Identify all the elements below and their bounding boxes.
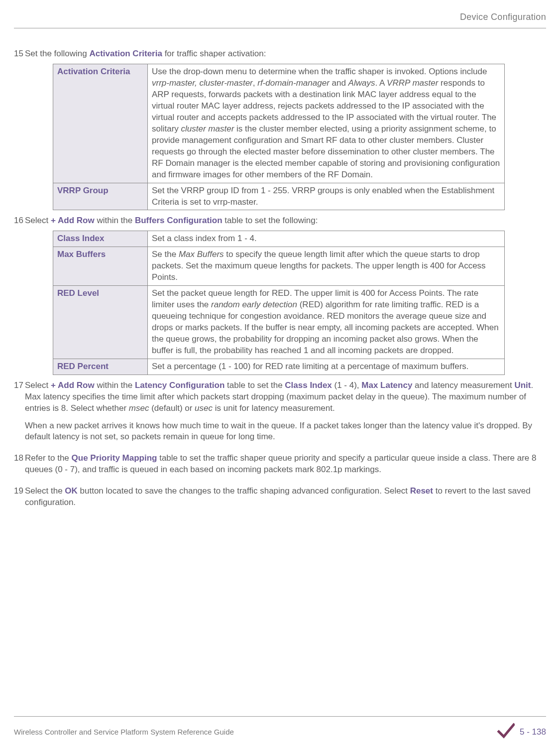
text: and: [330, 78, 348, 88]
italic-text: random early detection: [211, 300, 297, 309]
term-reset: Reset: [410, 486, 433, 496]
table-row: RED Level Set the packet queue length fo…: [53, 286, 505, 359]
activation-criteria-table: Activation Criteria Use the drop-down me…: [53, 64, 505, 210]
step-number: 15: [14, 48, 25, 60]
term-unit: Unit: [514, 380, 531, 390]
italic-text: VRRP master: [387, 78, 438, 88]
text: Select: [25, 216, 51, 225]
table-row: Class Index Set a class index from 1 - 4…: [53, 231, 505, 247]
footer-title: Wireless Controller and Service Platform…: [14, 727, 234, 737]
text: within the: [95, 380, 135, 390]
italic-text: Always: [348, 78, 375, 88]
table-row: RED Percent Set a percentage (1 - 100) f…: [53, 359, 505, 375]
page-footer: Wireless Controller and Service Platform…: [0, 716, 560, 756]
italic-text: msec: [129, 403, 149, 413]
step-number: 19: [14, 486, 25, 514]
text: ,: [253, 78, 257, 88]
term-class-index: Class Index: [285, 380, 332, 390]
step-body: Select + Add Row within the Buffers Conf…: [25, 215, 546, 227]
step-16: 16 Select + Add Row within the Buffers C…: [14, 215, 546, 227]
row-desc: Use the drop-down menu to determine when…: [148, 64, 505, 183]
text: is unit for latency measurement.: [213, 403, 335, 413]
text: for traffic shaper activation:: [162, 49, 266, 58]
italic-text: Max Buffers: [179, 250, 224, 259]
term-add-row: + Add Row: [51, 216, 95, 225]
italic-text: cluster master: [181, 124, 234, 133]
text: (1 - 4),: [332, 380, 362, 390]
step-number: 18: [14, 453, 25, 482]
page-header-title: Device Configuration: [14, 0, 546, 28]
table-row: Max Buffers Se the Max Buffers to specif…: [53, 247, 505, 286]
step-19: 19 Select the OK button located to save …: [14, 486, 546, 514]
term-add-row: + Add Row: [51, 380, 95, 390]
text: button located to save the changes to th…: [78, 486, 410, 496]
text: within the: [95, 216, 135, 225]
term-max-latency: Max Latency: [361, 380, 412, 390]
italic-text: vrrp-master, cluster-master: [152, 78, 253, 88]
checkmark-icon: [497, 722, 515, 743]
text: and latency measurement: [412, 380, 514, 390]
footer-divider: [14, 716, 546, 717]
step-body: Refer to the Que Priority Mapping table …: [25, 453, 546, 476]
page-number: 5 - 138: [520, 727, 546, 738]
header-divider: [14, 28, 546, 28]
italic-text: rf-domain-manager: [257, 78, 330, 88]
text: table to set the following:: [223, 216, 318, 225]
paragraph: When a new packet arrives it knows how m…: [25, 420, 546, 443]
table-row: Activation Criteria Use the drop-down me…: [53, 64, 505, 183]
step-number: 16: [14, 215, 25, 227]
step-17: 17 Select + Add Row within the Latency C…: [14, 380, 546, 449]
row-label: VRRP Group: [53, 183, 148, 210]
text: Refer to the: [25, 453, 72, 463]
term-activation-criteria: Activation Criteria: [89, 49, 162, 58]
step-body: Select the OK button located to save the…: [25, 486, 546, 508]
row-label: RED Level: [53, 286, 148, 359]
term-latency-config: Latency Configuration: [135, 380, 224, 390]
buffers-config-table: Class Index Set a class index from 1 - 4…: [53, 231, 505, 375]
term-que-priority: Que Priority Mapping: [72, 453, 157, 463]
row-label: Max Buffers: [53, 247, 148, 286]
text: . A: [375, 78, 387, 88]
term-buffers-config: Buffers Configuration: [135, 216, 223, 225]
step-18: 18 Refer to the Que Priority Mapping tab…: [14, 453, 546, 482]
row-desc: Set the VRRP group ID from 1 - 255. VRRP…: [148, 183, 505, 210]
text: Se the: [152, 250, 179, 259]
step-15: 15 Set the following Activation Criteria…: [14, 48, 546, 60]
text: (default) or: [149, 403, 195, 413]
step-body: Set the following Activation Criteria fo…: [25, 48, 546, 60]
row-desc: Set a percentage (1 - 100) for RED rate …: [148, 359, 505, 375]
row-desc: Set the packet queue length for RED. The…: [148, 286, 505, 359]
term-ok: OK: [65, 486, 78, 496]
text: Use the drop-down menu to determine when…: [152, 67, 487, 76]
row-label: Activation Criteria: [53, 64, 148, 183]
italic-text: usec: [195, 403, 213, 413]
text: Select the: [25, 486, 65, 496]
step-number: 17: [14, 380, 25, 449]
row-desc: Set a class index from 1 - 4.: [148, 231, 505, 247]
table-row: VRRP Group Set the VRRP group ID from 1 …: [53, 183, 505, 210]
text: Set the following: [25, 49, 89, 58]
text: table to set the: [224, 380, 285, 390]
row-label: Class Index: [53, 231, 148, 247]
step-body: Select + Add Row within the Latency Conf…: [25, 380, 546, 449]
row-desc: Se the Max Buffers to specify the queue …: [148, 247, 505, 286]
text: Select: [25, 380, 51, 390]
row-label: RED Percent: [53, 359, 148, 375]
